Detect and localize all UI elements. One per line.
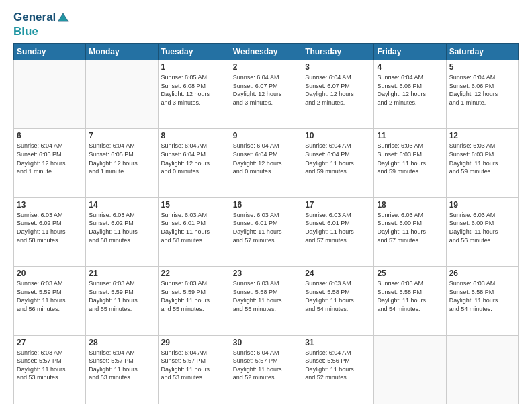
- day-number: 21: [89, 269, 154, 278]
- day-number: 2: [233, 62, 299, 72]
- day-info: Sunrise: 6:03 AM Sunset: 6:01 PM Dayligh…: [233, 211, 299, 244]
- day-number: 31: [305, 338, 371, 347]
- day-info: Sunrise: 6:03 AM Sunset: 6:03 PM Dayligh…: [377, 142, 443, 175]
- calendar-week-row: 1Sunrise: 6:05 AM Sunset: 6:08 PM Daylig…: [14, 60, 519, 129]
- calendar-day-cell: 13Sunrise: 6:03 AM Sunset: 6:02 PM Dayli…: [14, 197, 86, 266]
- calendar-day-cell: 15Sunrise: 6:03 AM Sunset: 6:01 PM Dayli…: [158, 197, 230, 266]
- day-number: 11: [377, 131, 443, 140]
- calendar-day-cell: 10Sunrise: 6:04 AM Sunset: 6:04 PM Dayli…: [302, 129, 374, 197]
- logo: General Blue: [13, 11, 69, 38]
- calendar-day-cell: 11Sunrise: 6:03 AM Sunset: 6:03 PM Dayli…: [374, 129, 446, 197]
- day-number: 10: [305, 131, 371, 140]
- calendar-day-cell: 27Sunrise: 6:03 AM Sunset: 5:57 PM Dayli…: [14, 335, 86, 404]
- calendar-week-row: 13Sunrise: 6:03 AM Sunset: 6:02 PM Dayli…: [14, 197, 519, 266]
- day-info: Sunrise: 6:04 AM Sunset: 5:57 PM Dayligh…: [89, 349, 154, 382]
- calendar-day-cell: 30Sunrise: 6:04 AM Sunset: 5:57 PM Dayli…: [230, 335, 302, 404]
- calendar-week-row: 20Sunrise: 6:03 AM Sunset: 5:59 PM Dayli…: [14, 267, 519, 335]
- day-info: Sunrise: 6:04 AM Sunset: 6:04 PM Dayligh…: [161, 142, 227, 175]
- calendar-day-cell: [374, 335, 446, 404]
- calendar-day-cell: [14, 60, 86, 129]
- calendar-week-row: 27Sunrise: 6:03 AM Sunset: 5:57 PM Dayli…: [14, 335, 519, 404]
- day-info: Sunrise: 6:04 AM Sunset: 6:07 PM Dayligh…: [233, 73, 299, 107]
- day-info: Sunrise: 6:04 AM Sunset: 6:05 PM Dayligh…: [89, 142, 154, 175]
- day-info: Sunrise: 6:04 AM Sunset: 6:04 PM Dayligh…: [305, 142, 371, 175]
- day-number: 18: [377, 200, 443, 210]
- day-number: 7: [89, 131, 154, 140]
- calendar-header-day: Friday: [374, 44, 446, 60]
- logo-blue: Blue: [13, 25, 38, 38]
- day-number: 12: [449, 131, 515, 140]
- page: General Blue SundayMondayTuesdayWednesda…: [0, 0, 532, 411]
- day-info: Sunrise: 6:03 AM Sunset: 6:00 PM Dayligh…: [449, 211, 515, 244]
- day-info: Sunrise: 6:03 AM Sunset: 6:01 PM Dayligh…: [161, 211, 227, 244]
- day-info: Sunrise: 6:03 AM Sunset: 6:01 PM Dayligh…: [305, 211, 371, 244]
- calendar-day-cell: 1Sunrise: 6:05 AM Sunset: 6:08 PM Daylig…: [158, 60, 230, 129]
- day-info: Sunrise: 6:04 AM Sunset: 6:06 PM Dayligh…: [377, 73, 443, 107]
- calendar-day-cell: 3Sunrise: 6:04 AM Sunset: 6:07 PM Daylig…: [302, 60, 374, 129]
- day-info: Sunrise: 6:03 AM Sunset: 5:59 PM Dayligh…: [17, 279, 83, 313]
- day-info: Sunrise: 6:04 AM Sunset: 6:05 PM Dayligh…: [17, 142, 83, 175]
- day-number: 1: [161, 62, 227, 72]
- calendar-day-cell: 12Sunrise: 6:03 AM Sunset: 6:03 PM Dayli…: [446, 129, 518, 197]
- calendar-table: SundayMondayTuesdayWednesdayThursdayFrid…: [13, 43, 519, 404]
- day-info: Sunrise: 6:03 AM Sunset: 6:02 PM Dayligh…: [89, 211, 154, 244]
- calendar-day-cell: 2Sunrise: 6:04 AM Sunset: 6:07 PM Daylig…: [230, 60, 302, 129]
- calendar-header-day: Saturday: [446, 44, 518, 60]
- calendar-day-cell: 23Sunrise: 6:03 AM Sunset: 5:58 PM Dayli…: [230, 267, 302, 335]
- day-info: Sunrise: 6:03 AM Sunset: 5:58 PM Dayligh…: [377, 279, 443, 313]
- day-info: Sunrise: 6:03 AM Sunset: 5:59 PM Dayligh…: [89, 279, 154, 313]
- calendar-day-cell: 21Sunrise: 6:03 AM Sunset: 5:59 PM Dayli…: [86, 267, 158, 335]
- day-number: 26: [449, 269, 515, 278]
- day-info: Sunrise: 6:04 AM Sunset: 6:04 PM Dayligh…: [233, 142, 299, 175]
- day-info: Sunrise: 6:04 AM Sunset: 6:07 PM Dayligh…: [305, 73, 371, 107]
- day-number: 15: [161, 200, 227, 210]
- day-info: Sunrise: 6:03 AM Sunset: 5:58 PM Dayligh…: [449, 279, 515, 313]
- calendar-day-cell: 18Sunrise: 6:03 AM Sunset: 6:00 PM Dayli…: [374, 197, 446, 266]
- day-info: Sunrise: 6:03 AM Sunset: 5:58 PM Dayligh…: [305, 279, 371, 313]
- calendar-day-cell: 28Sunrise: 6:04 AM Sunset: 5:57 PM Dayli…: [86, 335, 158, 404]
- logo-icon: [57, 11, 69, 24]
- day-info: Sunrise: 6:03 AM Sunset: 6:00 PM Dayligh…: [377, 211, 443, 244]
- header: General Blue: [13, 11, 519, 38]
- calendar-day-cell: 25Sunrise: 6:03 AM Sunset: 5:58 PM Dayli…: [374, 267, 446, 335]
- day-number: 4: [377, 62, 443, 72]
- day-number: 27: [17, 338, 83, 347]
- day-number: 25: [377, 269, 443, 278]
- calendar-day-cell: 4Sunrise: 6:04 AM Sunset: 6:06 PM Daylig…: [374, 60, 446, 129]
- calendar-day-cell: 8Sunrise: 6:04 AM Sunset: 6:04 PM Daylig…: [158, 129, 230, 197]
- svg-marker-0: [58, 13, 69, 21]
- day-info: Sunrise: 6:05 AM Sunset: 6:08 PM Dayligh…: [161, 73, 227, 107]
- day-number: 6: [17, 131, 83, 140]
- day-number: 16: [233, 200, 299, 210]
- calendar-header-day: Monday: [86, 44, 158, 60]
- day-number: 29: [161, 338, 227, 347]
- calendar-header-day: Sunday: [14, 44, 86, 60]
- calendar-day-cell: 20Sunrise: 6:03 AM Sunset: 5:59 PM Dayli…: [14, 267, 86, 335]
- day-number: 28: [89, 338, 154, 347]
- calendar-day-cell: 29Sunrise: 6:04 AM Sunset: 5:57 PM Dayli…: [158, 335, 230, 404]
- day-info: Sunrise: 6:03 AM Sunset: 5:57 PM Dayligh…: [17, 349, 83, 382]
- day-number: 22: [161, 269, 227, 278]
- calendar-day-cell: 17Sunrise: 6:03 AM Sunset: 6:01 PM Dayli…: [302, 197, 374, 266]
- day-info: Sunrise: 6:04 AM Sunset: 5:57 PM Dayligh…: [161, 349, 227, 382]
- calendar-day-cell: 19Sunrise: 6:03 AM Sunset: 6:00 PM Dayli…: [446, 197, 518, 266]
- calendar-header-day: Tuesday: [158, 44, 230, 60]
- day-number: 3: [305, 62, 371, 72]
- day-number: 8: [161, 131, 227, 140]
- day-info: Sunrise: 6:03 AM Sunset: 5:58 PM Dayligh…: [233, 279, 299, 313]
- day-info: Sunrise: 6:04 AM Sunset: 5:56 PM Dayligh…: [305, 349, 371, 382]
- day-info: Sunrise: 6:03 AM Sunset: 6:02 PM Dayligh…: [17, 211, 83, 244]
- logo-text: General Blue: [13, 11, 69, 38]
- calendar-day-cell: [446, 335, 518, 404]
- day-number: 17: [305, 200, 371, 210]
- calendar-day-cell: 6Sunrise: 6:04 AM Sunset: 6:05 PM Daylig…: [14, 129, 86, 197]
- calendar-day-cell: 24Sunrise: 6:03 AM Sunset: 5:58 PM Dayli…: [302, 267, 374, 335]
- day-number: 24: [305, 269, 371, 278]
- calendar-day-cell: 9Sunrise: 6:04 AM Sunset: 6:04 PM Daylig…: [230, 129, 302, 197]
- day-info: Sunrise: 6:03 AM Sunset: 5:59 PM Dayligh…: [161, 279, 227, 313]
- day-number: 19: [449, 200, 515, 210]
- calendar-day-cell: 26Sunrise: 6:03 AM Sunset: 5:58 PM Dayli…: [446, 267, 518, 335]
- day-number: 14: [89, 200, 154, 210]
- day-number: 23: [233, 269, 299, 278]
- day-info: Sunrise: 6:03 AM Sunset: 6:03 PM Dayligh…: [449, 142, 515, 175]
